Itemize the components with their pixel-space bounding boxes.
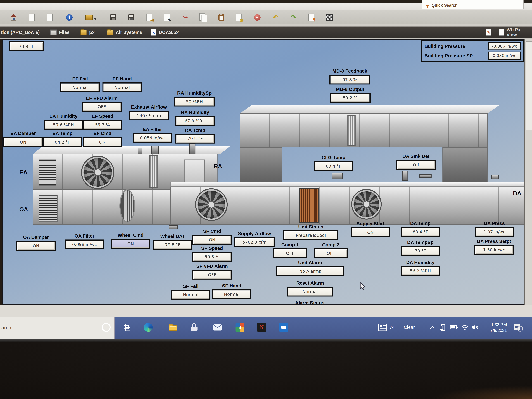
cortana-icon[interactable] (100, 321, 112, 334)
da-drop-duct (442, 147, 488, 187)
open-folder-icon[interactable]: ▾ (85, 13, 93, 21)
building-pressure-sp-value: 0.030 in/wc (488, 52, 521, 60)
point-sf-fail: SF FailNormal (172, 283, 209, 299)
folder-icon (80, 30, 87, 35)
point-wheel-dat: Wheel DAT79.8 °F (154, 233, 191, 250)
duct-sensor (151, 146, 159, 154)
point-da-smk-det: DA Smk DetOff (397, 153, 435, 170)
edit-icon[interactable]: ✎ (307, 13, 316, 21)
taskbar-search-text: arch (1, 325, 11, 330)
pathbar-divider (0, 38, 532, 39)
copy-icon[interactable] (199, 13, 207, 21)
breadcrumb-station[interactable]: tion (ARC_Bowie) (1, 26, 40, 38)
n-app-icon[interactable]: N (255, 321, 268, 334)
info-icon[interactable]: i (65, 13, 73, 21)
quick-search-input[interactable]: Quick Search (422, 0, 523, 9)
ea-louver (39, 159, 56, 186)
point-ra-humidity-sp: RA HumiditySp50 %RH (175, 90, 214, 107)
duct-sensor (189, 143, 195, 154)
news-widget-icon[interactable] (377, 321, 389, 334)
paste-icon[interactable] (217, 13, 225, 21)
weather-temp[interactable]: 74°F (390, 325, 399, 330)
task-view-icon[interactable] (121, 321, 133, 334)
duct-sensor (138, 148, 142, 154)
folder-icon (107, 30, 113, 35)
windows-taskbar: arch 4 N 74°F Clear 1:32 PM 7/8/2021 1 (0, 317, 532, 339)
exhaust-fan (82, 157, 113, 188)
point-ef-cmd: EF CmdON (84, 131, 121, 147)
teamviewer-icon[interactable] (278, 321, 290, 334)
screen-edge (0, 339, 532, 342)
breadcrumb-px[interactable]: px (80, 26, 95, 38)
point-da-press: DA Press1.07 in/wc (476, 221, 513, 237)
breadcrumb: tion (ARC_Bowie) Files px Air Systems xD… (0, 26, 532, 38)
point-da-humidity: DA Humidity56.2 %RH (402, 260, 439, 276)
home-icon[interactable] (10, 13, 18, 21)
cut-icon[interactable]: ✂ (181, 13, 189, 21)
point-exhaust-airflow: Exhaust Airflow5467.9 cfm (130, 104, 168, 120)
battery-icon[interactable] (448, 321, 460, 334)
dither-icon[interactable] (325, 13, 333, 21)
oa-louver (39, 195, 58, 222)
building-pressure-label: Building Pressure (424, 43, 465, 49)
point-sf-speed: SF Speed59.3 % (193, 245, 231, 261)
point-ea-filter: EA Filter0.056 in/wc (134, 127, 171, 143)
clock-time: 1:32 PM (491, 322, 507, 327)
point-da-temp-sp: DA TempSp73 °F (402, 240, 439, 256)
duplicate-icon[interactable]: ◉ (235, 13, 243, 21)
doas-px-graphic: EA OA RA DA 73.9 °F Building Pressure -0… (2, 39, 525, 305)
chevron-up-icon[interactable] (426, 321, 438, 334)
undo-icon[interactable]: ↶ (271, 13, 280, 21)
second-fan (352, 190, 381, 219)
px-file-icon: x (151, 29, 156, 36)
building-pressure-panel: Building Pressure -0.006 in/wc Building … (421, 40, 524, 62)
security-app-icon[interactable] (188, 321, 200, 334)
notifications-icon[interactable]: 1 (512, 321, 525, 334)
taskbar-clock[interactable]: 1:32 PM 7/8/2021 (478, 322, 507, 333)
building-pressure-value: -0.006 in/wc (488, 42, 521, 50)
breadcrumb-air-systems[interactable]: Air Systems (107, 26, 142, 38)
photos-icon[interactable]: 4 (234, 321, 246, 334)
save-all-icon[interactable] (127, 13, 135, 21)
new-doc-icon[interactable]: ✎ (163, 13, 171, 21)
weather-condition[interactable]: Clear (404, 325, 415, 330)
point-unit-alarm: Unit AlarmNo Alarms (277, 260, 343, 276)
back-icon[interactable]: ← (28, 13, 36, 21)
file-explorer-icon[interactable] (167, 321, 179, 334)
breadcrumb-doas[interactable]: xDOAS.px (151, 26, 179, 38)
building-pressure-sp-label: Building Pressure SP (424, 53, 473, 58)
workbench-toolbar: ← → i ▾ ⇥ ✎ ✂ ◉ − ↶ ↷ ✎ (0, 10, 532, 24)
cancel-icon[interactable]: − (253, 13, 261, 21)
scrollbar-thumb[interactable] (526, 41, 532, 130)
point-sf-cmd: SF CmdON (193, 228, 231, 245)
quick-search-label: Quick Search (432, 3, 458, 8)
graphic-scrollbar[interactable] (525, 39, 532, 305)
da-duct-label: DA (513, 190, 521, 197)
laptop-photo: Quick Search ← → i ▾ ⇥ ✎ ✂ ◉ − ↶ ↷ ✎ tio… (0, 0, 532, 399)
md8-actuator (332, 173, 343, 179)
point-md8-feedback: MD-8 Feedback57.8 % (330, 68, 369, 84)
point-wheel-cmd: Wheel CmdON (112, 232, 149, 249)
point-ea-humidity: EA Humidity59.6 %RH (45, 113, 82, 130)
equipment-tag (169, 225, 178, 229)
ahu-top-face (33, 146, 230, 154)
point-ef-fail: EF FailNormal (61, 76, 99, 92)
point-oa-damper: OA DamperON (17, 234, 55, 251)
energy-wheel (119, 189, 135, 223)
save-icon[interactable] (109, 13, 117, 21)
oat-point: 73.9 °F (10, 41, 43, 51)
redo-icon[interactable]: ↷ (289, 13, 298, 21)
breadcrumb-files[interactable]: Files (50, 26, 70, 38)
ra-duct-label: RA (214, 163, 222, 170)
taskbar-search-input[interactable]: arch (0, 317, 115, 339)
point-sf-vfd-alarm: SF VFD AlarmOFF (193, 263, 231, 279)
edge-icon[interactable] (142, 321, 154, 334)
point-reset-alarm: Reset AlarmNormal (288, 280, 332, 297)
breadcrumb-label: DOAS.px (159, 30, 178, 35)
phone-link-icon[interactable] (437, 321, 449, 334)
view-selector[interactable]: Wb Px View (499, 26, 532, 38)
forward-icon[interactable]: → (46, 13, 54, 21)
mail-icon[interactable] (211, 321, 224, 334)
import-icon[interactable]: ⇥ (145, 13, 153, 21)
edit-view-icon[interactable]: ✎ (486, 26, 491, 38)
